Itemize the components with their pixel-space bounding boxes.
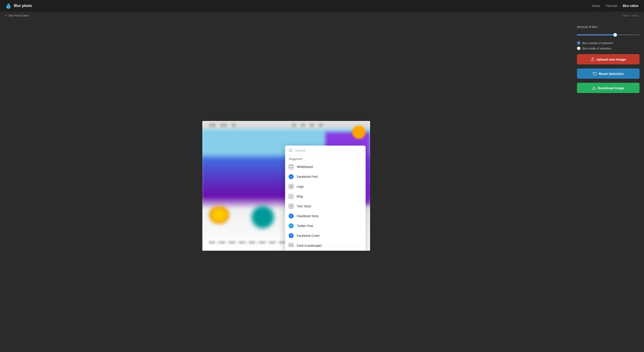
template-label-facebook-post: Facebook Post [297, 175, 318, 178]
brand-name: Blur photo [14, 4, 32, 8]
template-item-twitter-post[interactable]: t Twitter Post [285, 221, 366, 231]
reset-icon [593, 72, 597, 76]
nav-tutorials[interactable]: Tutorials [606, 4, 618, 8]
logo-icon [289, 184, 294, 189]
suggested-label: Suggested [285, 155, 366, 162]
upload-image-button[interactable]: Upload new Image [577, 54, 640, 64]
blur-outside-radio[interactable] [577, 41, 580, 45]
upload-icon [590, 57, 594, 61]
template-dropdown: Suggested Whiteboard f Facebook Post [285, 146, 366, 251]
nav-blur-editor[interactable]: Blur editor [623, 4, 639, 8]
tab-pill-1[interactable] [622, 15, 630, 16]
blur-slider[interactable] [577, 34, 640, 35]
reset-selection-button[interactable]: Reset Selection [577, 68, 640, 79]
facebook-post-icon: f [289, 174, 294, 179]
upload-label: Upload new Image [596, 58, 626, 61]
download-label: Download Image [598, 86, 624, 90]
canvas-container: Suggested Whiteboard f Facebook Post [202, 121, 370, 251]
template-label-whiteboard: Whiteboard [297, 165, 313, 168]
brand: Blur photo [5, 3, 32, 9]
facebook-story-icon: f [289, 214, 294, 218]
template-list: Whiteboard f Facebook Post Logo [285, 162, 366, 247]
template-item-logo[interactable]: Logo [285, 182, 366, 192]
main-layout: Suggested Whiteboard f Facebook Post [0, 20, 644, 352]
blur-amount-label: Amount of blur: [577, 25, 640, 29]
breadcrumb-menu-icon: ≡ [5, 14, 7, 17]
blur-outside-option[interactable]: Blur outside of selection [577, 41, 640, 45]
whiteboard-icon [289, 164, 294, 169]
template-label-twitter-post: Twitter Post [297, 224, 313, 228]
template-item-facebook-cover[interactable]: f Facebook Cover [285, 231, 366, 241]
breadcrumb-bar: ≡ Blur Photo Editor [0, 12, 644, 20]
card-landscape-icon [289, 243, 294, 247]
template-item-mug[interactable]: Mug [285, 192, 366, 201]
template-label-mug: Mug [297, 194, 303, 198]
template-label-facebook-story: Facebook Story [297, 214, 319, 218]
blur-slider-container [577, 31, 640, 37]
breadcrumb-tabs [622, 15, 639, 16]
navbar-links: Home Tutorials Blur editor [592, 4, 639, 8]
nav-home[interactable]: Home [592, 4, 600, 8]
template-item-whiteboard[interactable]: Whiteboard [285, 162, 366, 172]
your-story-icon [289, 204, 294, 209]
template-label-your-story: Your Story [297, 204, 311, 208]
svg-point-6 [290, 185, 292, 188]
tab-pill-2[interactable] [632, 15, 639, 16]
search-input[interactable] [295, 148, 362, 152]
svg-rect-13 [290, 244, 292, 247]
template-item-your-story[interactable]: Your Story [285, 201, 366, 211]
template-label-logo: Logo [297, 185, 304, 188]
download-image-button[interactable]: Download Image [577, 83, 640, 93]
reset-label: Reset Selection [598, 72, 624, 76]
template-item-facebook-story[interactable]: f Facebook Story [285, 211, 366, 221]
svg-point-11 [290, 205, 292, 208]
mug-icon [289, 194, 294, 199]
navbar: Blur photo Home Tutorials Blur editor [0, 0, 644, 12]
twitter-post-icon: t [289, 224, 294, 228]
blur-inside-option[interactable]: Blur inside of selection [577, 46, 640, 50]
blur-radio-group: Blur outside of selection Blur inside of… [577, 41, 640, 50]
template-label-facebook-cover: Facebook Cover [297, 234, 320, 238]
brand-icon [5, 3, 12, 9]
svg-line-2 [291, 151, 292, 152]
facebook-cover-icon: f [289, 233, 294, 238]
template-item-card-landscape[interactable]: Card (Landscape) [285, 241, 366, 247]
search-icon [289, 148, 293, 152]
search-bar [285, 146, 366, 155]
download-icon [592, 86, 596, 90]
template-label-card-landscape: Card (Landscape) [297, 244, 322, 247]
blur-outside-label: Blur outside of selection [582, 41, 613, 45]
svg-rect-3 [290, 166, 292, 168]
bottom-actions: + Custom size Edit photo [285, 247, 366, 251]
blur-section: Amount of blur: [577, 25, 640, 37]
template-item-facebook-post[interactable]: f Facebook Post [285, 172, 366, 182]
breadcrumb-text: Blur Photo Editor [9, 14, 29, 17]
svg-point-7 [290, 186, 292, 187]
blur-inside-label: Blur inside of selection [582, 47, 611, 50]
canvas-area: Suggested Whiteboard f Facebook Post [0, 20, 572, 352]
svg-point-12 [291, 206, 292, 207]
right-sidebar: Amount of blur: Blur outside of selectio… [572, 20, 644, 352]
svg-point-1 [289, 149, 292, 152]
blur-inside-radio[interactable] [577, 46, 580, 50]
